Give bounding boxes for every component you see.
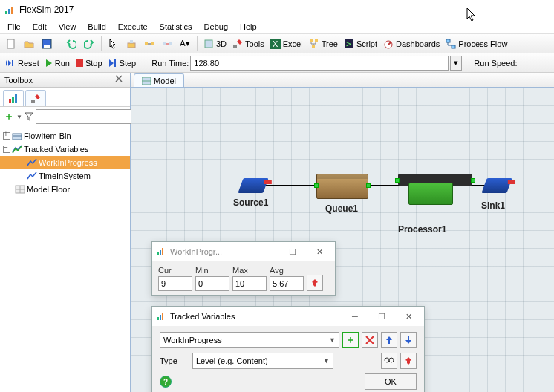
minimize-button[interactable]: ─ — [344, 309, 366, 324]
svg-rect-43 — [162, 248, 163, 255]
add-variable-button[interactable]: ＋ — [342, 332, 359, 348]
svg-rect-9 — [151, 42, 154, 45]
sink-object[interactable] — [481, 178, 512, 193]
pin-button[interactable] — [307, 275, 323, 291]
process-flow-button[interactable]: Process Flow — [443, 36, 509, 52]
tree-button[interactable]: Tree — [307, 36, 340, 52]
undo-button[interactable] — [63, 36, 79, 52]
menu-build[interactable]: Build — [82, 21, 111, 33]
run-time-input[interactable] — [190, 56, 449, 71]
floor-icon — [15, 184, 25, 195]
stop-button[interactable]: Stop — [74, 55, 105, 71]
close-button[interactable]: ✕ — [308, 244, 330, 259]
svg-rect-30 — [9, 99, 11, 103]
close-button[interactable]: ✕ — [397, 309, 420, 324]
pin-button[interactable] — [400, 353, 417, 369]
svg-rect-12 — [169, 42, 172, 45]
create-tool[interactable] — [123, 36, 140, 52]
dashboards-button[interactable]: Dashboards — [381, 36, 442, 52]
ok-button[interactable]: OK — [365, 373, 417, 390]
connect-tool-b[interactable] — [159, 36, 175, 52]
svg-rect-34 — [13, 134, 22, 140]
open-button[interactable] — [21, 36, 37, 52]
menu-help[interactable]: Help — [234, 21, 263, 33]
collapse-icon[interactable] — [3, 146, 10, 153]
new-button[interactable] — [3, 36, 19, 52]
svg-point-48 — [389, 358, 394, 362]
maximize-button[interactable]: ☐ — [281, 244, 304, 259]
toolbox-close-button[interactable] — [115, 75, 126, 85]
toolbox-tab-tools[interactable] — [25, 90, 46, 106]
tracked-icon — [27, 157, 37, 168]
pointer-tool[interactable] — [105, 36, 122, 52]
menu-execute[interactable]: Execute — [112, 21, 154, 33]
minimize-button[interactable]: ─ — [255, 244, 277, 259]
toolbox-panel: Toolbox ＋ ▼ ? FlowItem Bin Tracked Varia… — [0, 73, 131, 392]
run-speed-label: Run Speed: — [474, 59, 517, 68]
variable-select[interactable]: WorkInProgress▼ — [160, 332, 339, 348]
avg-value[interactable] — [270, 276, 304, 291]
reset-button[interactable]: Reset — [3, 55, 42, 71]
min-value[interactable] — [195, 276, 229, 291]
max-value[interactable] — [232, 276, 267, 291]
type-select[interactable]: Level (e.g. Content)▼ — [192, 353, 333, 369]
toolbox-tab-library[interactable] — [3, 90, 24, 106]
menu-view[interactable]: View — [53, 21, 82, 33]
toolbox-filter-input[interactable] — [36, 109, 144, 124]
svg-rect-26 — [452, 45, 455, 48]
svg-rect-41 — [157, 252, 159, 255]
svg-rect-32 — [15, 94, 17, 103]
help-button[interactable]: ? — [160, 376, 172, 388]
menu-edit[interactable]: Edit — [27, 21, 53, 33]
tracked-variables-panel[interactable]: Tracked Variables ─ ☐ ✕ WorkInProgress▼ … — [151, 306, 425, 392]
excel-button[interactable]: XExcel — [268, 36, 305, 52]
view-3d-button[interactable]: 3D — [201, 36, 229, 52]
move-down-button[interactable] — [400, 332, 417, 348]
queue-object[interactable] — [316, 174, 368, 199]
find-button[interactable] — [381, 353, 397, 369]
queue-label: Queue1 — [325, 203, 358, 214]
expand-icon[interactable] — [3, 132, 10, 140]
wip-panel[interactable]: WorkInProgr... ─ ☐ ✕ Cur Min Max Avg — [151, 241, 336, 296]
svg-rect-27 — [12, 60, 13, 66]
model-tab-icon — [142, 77, 151, 85]
step-button[interactable]: Step — [106, 55, 139, 71]
run-time-label: Run Time: — [151, 59, 189, 68]
svg-rect-1 — [8, 9, 10, 14]
processor-object[interactable] — [391, 171, 472, 206]
svg-rect-3 — [7, 39, 14, 48]
toolbox-filter-icon[interactable] — [24, 108, 34, 125]
tree-item-modelfloor[interactable]: Model Floor — [0, 183, 130, 196]
source-object[interactable] — [238, 178, 268, 193]
type-label: Type — [160, 356, 189, 365]
svg-rect-11 — [163, 42, 166, 45]
move-up-button[interactable] — [381, 332, 397, 348]
tree-item-flowitembin[interactable]: FlowItem Bin — [0, 129, 130, 143]
tools-button[interactable]: Tools — [230, 36, 267, 52]
model-tab[interactable]: Model — [134, 74, 184, 87]
run-button[interactable]: Run — [43, 55, 72, 71]
svg-rect-0 — [5, 11, 7, 14]
maximize-button[interactable]: ☐ — [371, 309, 393, 324]
port-tool-a[interactable]: A▾ — [177, 36, 193, 52]
svg-rect-7 — [130, 40, 133, 43]
connect-tool-a[interactable] — [141, 36, 157, 52]
menu-statistics[interactable]: Statistics — [154, 21, 198, 33]
run-time-dropdown[interactable]: ▾ — [450, 56, 462, 71]
delete-variable-button[interactable] — [362, 332, 378, 348]
svg-rect-31 — [12, 97, 14, 103]
cur-value[interactable] — [158, 276, 192, 291]
tree-item-trackedvars[interactable]: Tracked Variables — [0, 143, 130, 156]
tracked-icon — [27, 171, 37, 181]
svg-rect-25 — [446, 39, 450, 42]
save-button[interactable] — [39, 36, 55, 52]
menu-debug[interactable]: Debug — [198, 21, 234, 33]
redo-button[interactable] — [81, 36, 97, 52]
tree-item-wip[interactable]: WorkInProgress — [0, 156, 130, 169]
toolbox-add-button[interactable]: ＋ — [3, 108, 15, 125]
menu-file[interactable]: File — [1, 21, 27, 33]
model-canvas[interactable]: Source1 Queue1 Processor1 Sink1 WorkInPr… — [131, 88, 554, 392]
min-label: Min — [195, 266, 229, 275]
script-button[interactable]: >_Script — [342, 36, 379, 52]
tree-item-tis[interactable]: TimeInSystem — [0, 169, 130, 183]
